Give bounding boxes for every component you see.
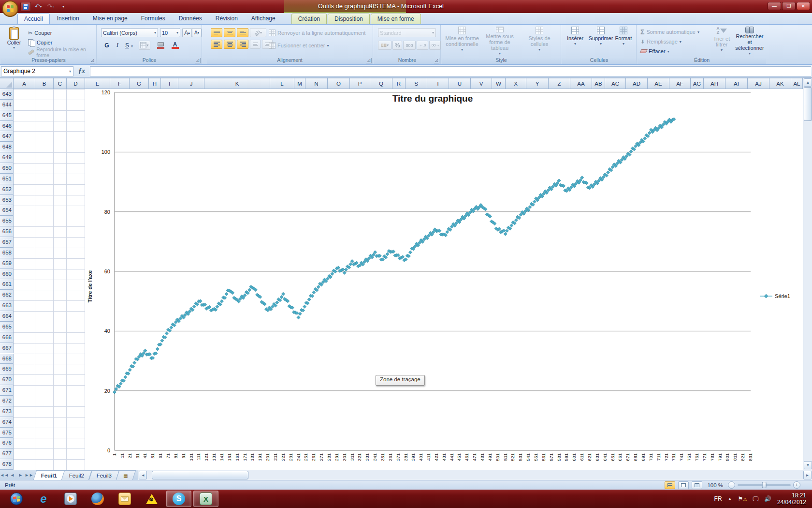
row-header-646[interactable]: 646 xyxy=(0,121,14,132)
row-header-674[interactable]: 674 xyxy=(0,417,14,428)
row-header-655[interactable]: 655 xyxy=(0,216,14,226)
row-header-671[interactable]: 671 xyxy=(0,385,14,396)
language-indicator[interactable]: FR xyxy=(714,495,722,502)
taskbar-outlook-icon[interactable] xyxy=(112,491,137,507)
column-header-AA[interactable]: AA xyxy=(570,78,592,89)
row-header-644[interactable]: 644 xyxy=(0,100,14,110)
page-layout-view-icon[interactable] xyxy=(678,481,689,489)
shrink-font-icon[interactable]: A▾ xyxy=(192,28,202,37)
scroll-up-icon[interactable]: ▲ xyxy=(804,78,812,87)
column-header-N[interactable]: N xyxy=(305,78,328,89)
sheet-tab-feuil2[interactable]: Feuil2 xyxy=(61,470,92,480)
customize-qat-icon[interactable]: ▾ xyxy=(58,2,69,12)
merge-center-button[interactable]: Fusionner et centrer▾ xyxy=(269,41,329,50)
row-header-672[interactable]: 672 xyxy=(0,396,14,406)
font-name-combo[interactable]: Calibri (Corps)▾ xyxy=(101,28,158,37)
column-header-AH[interactable]: AH xyxy=(704,78,725,89)
column-header-K[interactable]: K xyxy=(204,78,270,89)
row-header-645[interactable]: 645 xyxy=(0,110,14,121)
align-bottom-icon[interactable] xyxy=(237,28,248,37)
percent-style-icon[interactable]: % xyxy=(392,41,402,50)
paste-button[interactable]: Coller▾ xyxy=(3,27,25,57)
underline-button[interactable]: S xyxy=(122,41,132,50)
last-sheet-icon[interactable]: ►► xyxy=(25,470,33,480)
chart-canvas[interactable]: 0204060801001201112131415161718191101111… xyxy=(85,89,803,470)
row-header-661[interactable]: 661 xyxy=(0,279,14,290)
column-header-A[interactable]: A xyxy=(14,78,35,89)
row-header-670[interactable]: 670 xyxy=(0,374,14,385)
tab-disposition[interactable]: Disposition xyxy=(328,14,370,24)
row-header-663[interactable]: 663 xyxy=(0,300,14,311)
first-sheet-icon[interactable]: ◄◄ xyxy=(0,470,8,480)
column-header-AE[interactable]: AE xyxy=(648,78,669,89)
insert-function-icon[interactable]: ƒx xyxy=(73,67,90,75)
column-header-AK[interactable]: AK xyxy=(769,78,791,89)
prev-sheet-icon[interactable]: ◄ xyxy=(8,470,16,480)
row-header-665[interactable]: 665 xyxy=(0,322,14,332)
select-all-corner[interactable] xyxy=(0,78,14,89)
column-header-J[interactable]: J xyxy=(178,78,204,89)
column-header-AF[interactable]: AF xyxy=(669,78,691,89)
tab-formules[interactable]: Formules xyxy=(135,14,172,24)
taskbar-start-icon[interactable] xyxy=(4,491,29,507)
zoom-slider[interactable]: − + xyxy=(728,481,800,489)
zoom-slider-thumb[interactable] xyxy=(762,482,767,488)
column-header-D[interactable]: D xyxy=(67,78,85,89)
chart-title[interactable]: Titre du graphique xyxy=(392,93,473,104)
column-header-F[interactable]: F xyxy=(110,78,130,89)
show-hidden-icons[interactable]: ▲ xyxy=(728,496,732,501)
normal-view-icon[interactable] xyxy=(665,481,675,489)
align-top-icon[interactable] xyxy=(211,28,222,37)
row-header-651[interactable]: 651 xyxy=(0,174,14,184)
tab-mise-en-page[interactable]: Mise en page xyxy=(87,14,134,24)
series-serie1-markers[interactable] xyxy=(113,118,676,394)
cell-styles-button[interactable]: Styles de cellules▾ xyxy=(522,27,557,57)
minimize-button[interactable]: — xyxy=(768,2,781,10)
chart-y-axis-title[interactable]: Titre de l'axe xyxy=(87,270,93,303)
tab-mise-en-forme[interactable]: Mise en forme xyxy=(371,14,421,24)
column-header-O[interactable]: O xyxy=(328,78,350,89)
zoom-in-icon[interactable]: + xyxy=(793,481,800,489)
column-header-AB[interactable]: AB xyxy=(592,78,605,89)
row-header-647[interactable]: 647 xyxy=(0,131,14,142)
page-break-view-icon[interactable] xyxy=(692,481,702,489)
title-bar[interactable]: Outils de graphique SISTEMA - Microsoft … xyxy=(0,0,812,13)
bold-button[interactable]: G xyxy=(102,41,112,50)
font-dialog-launcher-icon[interactable]: ◿ xyxy=(195,58,201,63)
column-header-AJ[interactable]: AJ xyxy=(748,78,769,89)
column-header-C[interactable]: C xyxy=(54,78,67,89)
clipboard-dialog-launcher-icon[interactable]: ◿ xyxy=(90,58,95,63)
row-header-657[interactable]: 657 xyxy=(0,237,14,248)
row-header-668[interactable]: 668 xyxy=(0,354,14,364)
scroll-right-icon[interactable]: ► xyxy=(803,471,812,479)
decrease-decimal-icon[interactable]: .00→ xyxy=(429,41,441,50)
action-center-flag-icon[interactable]: ⚑⚠ xyxy=(738,495,747,502)
volume-icon[interactable]: 🔊 xyxy=(764,495,771,502)
row-header-678[interactable]: 678 xyxy=(0,459,14,470)
insert-worksheet-tab[interactable]: ▦ xyxy=(116,470,136,480)
scroll-left-icon[interactable]: ◄ xyxy=(139,471,147,479)
vertical-scrollbar[interactable]: ▲ ▼ xyxy=(803,78,812,470)
network-icon[interactable]: 🖵 xyxy=(753,495,758,502)
accounting-format-icon[interactable]: 💴▾ xyxy=(378,41,392,50)
row-header-664[interactable]: 664 xyxy=(0,311,14,322)
fill-color-icon[interactable] xyxy=(154,41,167,50)
align-right-icon[interactable] xyxy=(237,40,248,49)
borders-icon[interactable]: ▾ xyxy=(139,41,150,50)
clear-button[interactable]: Effacer▾ xyxy=(640,46,669,56)
row-header-648[interactable]: 648 xyxy=(0,142,14,152)
column-header-AC[interactable]: AC xyxy=(605,78,626,89)
zoom-out-icon[interactable]: − xyxy=(728,481,735,489)
align-center-icon[interactable] xyxy=(224,40,235,49)
row-header-676[interactable]: 676 xyxy=(0,438,14,448)
column-header-Q[interactable]: Q xyxy=(370,78,392,89)
autosum-button[interactable]: Σ Somme automatique▾ xyxy=(640,27,699,37)
delete-cells-button[interactable]: Supprimer▾ xyxy=(587,27,614,57)
row-header-669[interactable]: 669 xyxy=(0,364,14,374)
font-size-combo[interactable]: 10▾ xyxy=(160,28,180,37)
column-header-V[interactable]: V xyxy=(471,78,492,89)
column-header-M[interactable]: M xyxy=(294,78,305,89)
insert-cells-button[interactable]: Insérer▾ xyxy=(563,27,587,57)
taskbar-hazard-app-icon[interactable]: ☢ xyxy=(139,491,164,507)
row-header-658[interactable]: 658 xyxy=(0,248,14,258)
